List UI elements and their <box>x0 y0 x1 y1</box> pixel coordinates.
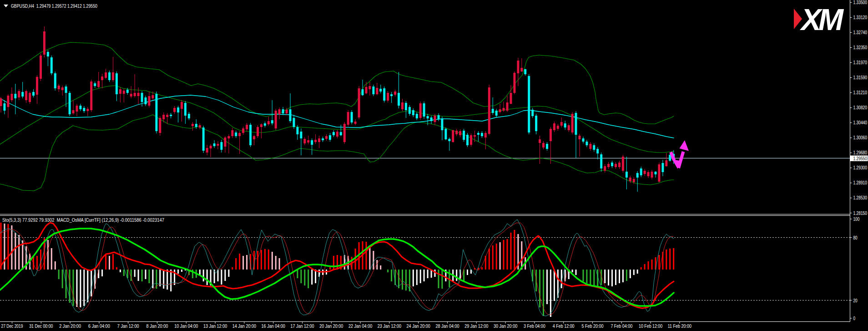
svg-text:1.31210: 1.31210 <box>853 90 868 95</box>
svg-text:0: 0 <box>853 316 856 321</box>
svg-text:13 Jan 12:00: 13 Jan 12:00 <box>203 323 227 329</box>
svg-text:1.30440: 1.30440 <box>853 120 868 125</box>
svg-text:1.29680: 1.29680 <box>853 150 868 155</box>
svg-text:1.31590: 1.31590 <box>853 75 868 80</box>
svg-text:GBPUSD,H4 1.29479 1.29572 1.2: GBPUSD,H4 1.29479 1.29572 1.29412 1.2955… <box>11 3 97 9</box>
svg-text:27 Dec 2019: 27 Dec 2019 <box>1 323 23 329</box>
svg-text:28 Jan 04:00: 28 Jan 04:00 <box>435 323 459 329</box>
svg-text:1.30060: 1.30060 <box>853 135 868 140</box>
svg-text:14 Jan 20:00: 14 Jan 20:00 <box>232 323 256 329</box>
svg-text:23 Jan 12:00: 23 Jan 12:00 <box>378 323 401 329</box>
svg-text:3 Feb 04:00: 3 Feb 04:00 <box>524 323 545 329</box>
svg-text:1.33120: 1.33120 <box>853 15 868 20</box>
svg-text:20 Jan 20:00: 20 Jan 20:00 <box>319 323 343 329</box>
svg-text:100: 100 <box>853 216 860 222</box>
svg-text:2 Jan 20:00: 2 Jan 20:00 <box>59 323 81 329</box>
svg-text:17 Jan 12:00: 17 Jan 12:00 <box>290 323 314 329</box>
svg-text:1.33500: 1.33500 <box>853 0 868 5</box>
svg-text:7 Jan 12:00: 7 Jan 12:00 <box>117 323 139 329</box>
svg-text:22 Jan 04:00: 22 Jan 04:00 <box>348 323 372 329</box>
svg-text:29 Jan 12:00: 29 Jan 12:00 <box>464 323 488 329</box>
svg-text:16 Jan 04:00: 16 Jan 04:00 <box>262 323 285 329</box>
svg-text:1.28910: 1.28910 <box>853 180 868 185</box>
svg-text:10 Jan 04:00: 10 Jan 04:00 <box>174 323 198 329</box>
svg-text:8 Jan 20:00: 8 Jan 20:00 <box>146 323 168 329</box>
svg-text:5 Feb 20:00: 5 Feb 20:00 <box>582 323 604 329</box>
svg-text:80: 80 <box>853 235 858 240</box>
svg-text:7 Feb 04:00: 7 Feb 04:00 <box>611 323 632 329</box>
svg-text:1.28150: 1.28150 <box>853 210 868 216</box>
svg-text:1.29550: 1.29550 <box>853 156 868 161</box>
svg-text:6 Jan 04:00: 6 Jan 04:00 <box>88 323 110 329</box>
svg-text:4 Feb 12:00: 4 Feb 12:00 <box>553 323 575 329</box>
svg-text:1.28530: 1.28530 <box>853 195 868 200</box>
svg-text:10 Feb 12:00: 10 Feb 12:00 <box>639 323 662 329</box>
svg-text:1.32350: 1.32350 <box>853 45 868 50</box>
svg-text:XM: XM <box>799 3 844 36</box>
svg-text:1.30820: 1.30820 <box>853 105 868 110</box>
svg-text:1.32740: 1.32740 <box>853 30 868 35</box>
svg-text:11 Feb 20:00: 11 Feb 20:00 <box>668 323 691 329</box>
svg-text:30 Jan 20:00: 30 Jan 20:00 <box>494 323 517 329</box>
svg-text:1.29300: 1.29300 <box>853 165 868 170</box>
svg-text:20: 20 <box>853 298 858 303</box>
svg-text:31 Dec 00:00: 31 Dec 00:00 <box>29 323 53 329</box>
svg-text:24 Jan 20:00: 24 Jan 20:00 <box>407 323 430 329</box>
svg-text:Sto(5,3,3) 77.9292 79.9302 MA: Sto(5,3,3) 77.9292 79.9302 MACD_OsMA [Cu… <box>2 217 164 223</box>
svg-text:1.31970: 1.31970 <box>853 60 868 65</box>
